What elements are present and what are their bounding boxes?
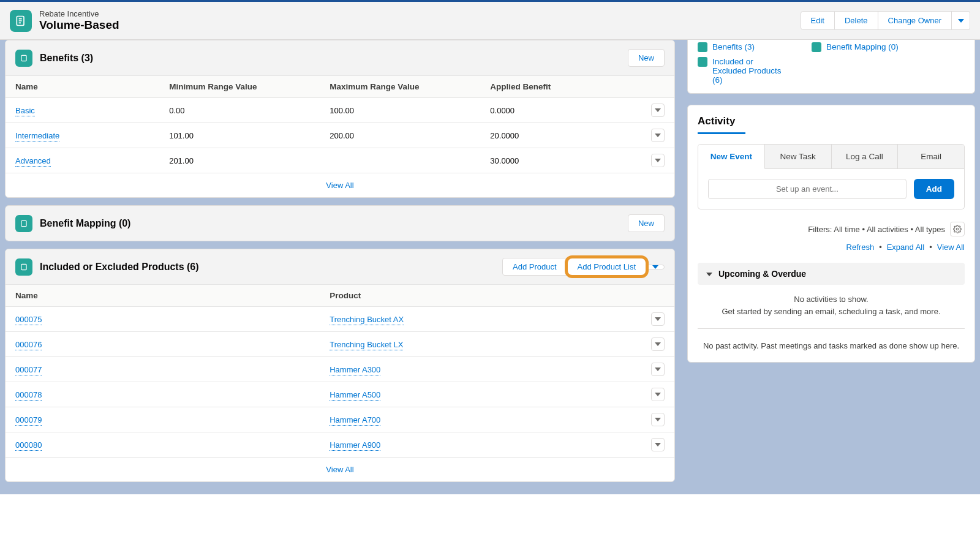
row-menu-button[interactable] bbox=[651, 337, 665, 351]
tab-new-task[interactable]: New Task bbox=[765, 145, 832, 169]
benefit-link[interactable]: Basic bbox=[15, 106, 35, 116]
benefits-icon bbox=[15, 50, 32, 67]
benefits-new-button[interactable]: New bbox=[628, 49, 665, 67]
more-actions-dropdown[interactable] bbox=[952, 11, 970, 30]
product-id-link[interactable]: 000079 bbox=[15, 415, 42, 426]
product-link[interactable]: Hammer A500 bbox=[330, 390, 380, 401]
svg-rect-1 bbox=[21, 55, 26, 61]
col-applied: Applied Benefit bbox=[480, 76, 641, 98]
refresh-link[interactable]: Refresh bbox=[846, 243, 875, 252]
benefits-card: Benefits (3) New Name Minimum Range Valu… bbox=[5, 40, 675, 198]
col-product: Product bbox=[320, 285, 641, 307]
activity-title: Activity bbox=[698, 115, 965, 127]
table-row: Basic 0.00 100.00 0.0000 bbox=[6, 98, 674, 123]
svg-rect-3 bbox=[21, 264, 26, 270]
product-link[interactable]: Hammer A700 bbox=[330, 415, 380, 426]
row-menu-button[interactable] bbox=[651, 154, 665, 167]
benefit-link[interactable]: Advanced bbox=[15, 156, 51, 167]
mapping-new-button[interactable]: New bbox=[628, 214, 665, 232]
list-icon bbox=[698, 57, 707, 67]
record-name: Volume-Based bbox=[39, 18, 119, 32]
record-icon bbox=[10, 10, 32, 32]
add-product-list-button[interactable]: Add Product List bbox=[567, 258, 646, 276]
expand-all-link[interactable]: Expand All bbox=[887, 243, 924, 252]
table-row: 000077Hammer A300 bbox=[6, 357, 674, 382]
tab-email[interactable]: Email bbox=[898, 145, 964, 169]
view-all-link[interactable]: View All bbox=[937, 243, 965, 252]
product-link[interactable]: Trenching Bucket LX bbox=[330, 340, 403, 350]
table-row: 000076Trenching Bucket LX bbox=[6, 332, 674, 357]
table-row: 000078Hammer A500 bbox=[6, 382, 674, 407]
product-link[interactable]: Trenching Bucket AX bbox=[330, 315, 404, 325]
gear-icon[interactable] bbox=[950, 222, 965, 236]
record-type: Rebate Incentive bbox=[39, 9, 119, 18]
add-activity-button[interactable]: Add bbox=[914, 179, 954, 199]
benefits-view-all[interactable]: View All bbox=[6, 173, 674, 197]
table-row: 000079Hammer A700 bbox=[6, 407, 674, 432]
table-row: Advanced 201.00 30.0000 bbox=[6, 148, 674, 173]
table-row: 000075Trenching Bucket AX bbox=[6, 307, 674, 332]
upcoming-overdue-header[interactable]: Upcoming & Overdue bbox=[698, 263, 965, 285]
mapping-title: Benefit Mapping (0) bbox=[40, 218, 130, 229]
products-dropdown[interactable] bbox=[646, 265, 665, 270]
table-row: 000080Hammer A900 bbox=[6, 432, 674, 458]
event-input[interactable] bbox=[708, 179, 907, 199]
products-title: Included or Excluded Products (6) bbox=[40, 262, 199, 273]
col-min: Minimum Range Value bbox=[159, 76, 320, 98]
ql-included[interactable]: Included or Excluded Products (6) bbox=[698, 57, 790, 85]
list-icon bbox=[698, 42, 707, 52]
row-menu-button[interactable] bbox=[651, 312, 665, 326]
col-max: Maximum Range Value bbox=[320, 76, 480, 98]
product-id-link[interactable]: 000075 bbox=[15, 315, 42, 325]
svg-rect-2 bbox=[21, 221, 26, 226]
product-id-link[interactable]: 000080 bbox=[15, 440, 42, 451]
ql-mapping[interactable]: Benefit Mapping (0) bbox=[812, 42, 899, 52]
svg-point-4 bbox=[956, 228, 959, 230]
get-started-text: Get started by sending an email, schedul… bbox=[698, 306, 965, 318]
row-menu-button[interactable] bbox=[651, 438, 665, 451]
ql-benefits[interactable]: Benefits (3) bbox=[698, 42, 790, 52]
products-icon bbox=[15, 258, 32, 276]
activity-card: Activity New Event New Task Log a Call E… bbox=[687, 105, 975, 363]
change-owner-button[interactable]: Change Owner bbox=[878, 11, 952, 30]
products-card: Included or Excluded Products (6) Add Pr… bbox=[5, 249, 675, 482]
activity-filters: Filters: All time • All activities • All… bbox=[808, 225, 945, 234]
product-link[interactable]: Hammer A300 bbox=[330, 365, 380, 375]
products-view-all[interactable]: View All bbox=[6, 457, 674, 481]
no-past-activity-text: No past activity. Past meetings and task… bbox=[698, 340, 965, 352]
benefits-table: Name Minimum Range Value Maximum Range V… bbox=[6, 75, 674, 173]
mapping-icon bbox=[15, 215, 32, 232]
divider bbox=[698, 328, 965, 329]
activity-tab-underline bbox=[698, 132, 745, 134]
row-menu-button[interactable] bbox=[651, 413, 665, 426]
col-name: Name bbox=[6, 76, 159, 98]
product-link[interactable]: Hammer A900 bbox=[330, 440, 380, 451]
row-menu-button[interactable] bbox=[651, 388, 665, 401]
product-id-link[interactable]: 000077 bbox=[15, 365, 42, 375]
chevron-down-icon bbox=[706, 273, 712, 276]
row-menu-button[interactable] bbox=[651, 104, 665, 117]
tab-log-call[interactable]: Log a Call bbox=[832, 145, 899, 169]
product-id-link[interactable]: 000076 bbox=[15, 340, 42, 350]
no-activities-text: No activities to show. bbox=[698, 293, 965, 306]
benefit-mapping-card: Benefit Mapping (0) New bbox=[5, 205, 675, 241]
delete-button[interactable]: Delete bbox=[835, 11, 878, 30]
row-menu-button[interactable] bbox=[651, 363, 665, 376]
benefits-title: Benefits (3) bbox=[40, 53, 93, 64]
quick-links-card: Benefits (3) Included or Excluded Produc… bbox=[687, 40, 975, 94]
product-id-link[interactable]: 000078 bbox=[15, 390, 42, 401]
table-row: Intermediate 101.00 200.00 20.0000 bbox=[6, 123, 674, 148]
row-menu-button[interactable] bbox=[651, 129, 665, 142]
edit-button[interactable]: Edit bbox=[801, 11, 835, 30]
add-product-button[interactable]: Add Product bbox=[502, 258, 567, 276]
tab-new-event[interactable]: New Event bbox=[698, 145, 765, 169]
products-table: Name Product 000075Trenching Bucket AX 0… bbox=[6, 284, 674, 457]
col-name: Name bbox=[6, 285, 320, 307]
list-icon bbox=[812, 42, 821, 52]
benefit-link[interactable]: Intermediate bbox=[15, 131, 59, 141]
